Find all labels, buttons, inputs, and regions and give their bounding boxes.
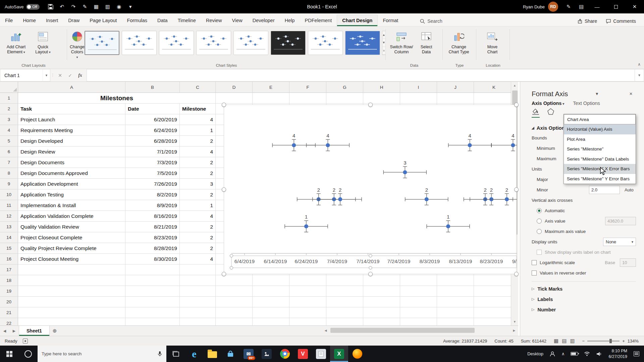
ribbon-tab-draw[interactable]: Draw: [63, 15, 85, 26]
page-break-view-icon[interactable]: ▥: [570, 338, 575, 344]
cell[interactable]: [326, 286, 363, 297]
date-cell[interactable]: 8/9/2019: [125, 200, 180, 211]
cell[interactable]: [474, 275, 514, 286]
milestone-cell[interactable]: 3: [180, 179, 216, 189]
cell[interactable]: [125, 264, 180, 275]
zoom-out-icon[interactable]: −: [582, 339, 585, 344]
layout-icon[interactable]: ▥: [103, 2, 113, 11]
switch-row-column-button[interactable]: Switch Row/Column: [388, 28, 415, 61]
labels-section[interactable]: ▷Labels: [532, 294, 636, 304]
row-header-10[interactable]: 10: [0, 189, 18, 200]
cell[interactable]: [289, 286, 326, 297]
row-header-15[interactable]: 15: [0, 243, 18, 254]
ink-pen-icon[interactable]: ✎: [562, 0, 575, 13]
chart-handle-top-left[interactable]: [222, 103, 226, 107]
date-cell[interactable]: 8/2/2019: [125, 189, 180, 200]
cell[interactable]: [125, 318, 180, 325]
chart-style-7[interactable]: [308, 31, 343, 55]
search-box[interactable]: Search: [420, 18, 442, 24]
task-cell[interactable]: Project Closeout Meeting: [18, 254, 125, 264]
cell[interactable]: [180, 318, 216, 325]
ribbon-tab-home[interactable]: Home: [18, 15, 41, 26]
store-icon[interactable]: [221, 346, 239, 362]
ribbon-tab-view[interactable]: View: [227, 15, 248, 26]
desktop-label[interactable]: Desktop: [524, 346, 546, 362]
cell[interactable]: [400, 286, 437, 297]
header-cell-milestone[interactable]: Milestone: [180, 104, 216, 114]
cell[interactable]: [180, 275, 216, 286]
milestone-cell[interactable]: 4: [180, 211, 216, 222]
task-cell[interactable]: Application Testing: [18, 189, 125, 200]
gallery-down-icon[interactable]: ▼: [382, 39, 385, 47]
milestone-cell[interactable]: 2: [180, 157, 216, 168]
pane-collapse-icon[interactable]: ▼: [592, 92, 602, 96]
task-cell[interactable]: Project Launch: [18, 114, 125, 125]
date-cell[interactable]: 8/23/2019: [125, 232, 180, 243]
select-all-corner[interactable]: [0, 82, 18, 93]
show-units-checkbox[interactable]: [537, 250, 542, 255]
show-hidden-icons-icon[interactable]: ∧: [558, 346, 568, 362]
cell[interactable]: [289, 318, 326, 325]
cell[interactable]: [400, 93, 437, 104]
cell[interactable]: [216, 275, 253, 286]
row-header-6[interactable]: 6: [0, 146, 18, 157]
quick-layout-button[interactable]: QuickLayout: [30, 28, 56, 61]
formula-input[interactable]: [87, 69, 635, 81]
task-cell[interactable]: Quality Project Review Complete: [18, 243, 125, 254]
cell[interactable]: [18, 318, 125, 325]
ribbon-tab-data[interactable]: Data: [152, 15, 173, 26]
change-colors-button[interactable]: ChangeColors: [70, 28, 85, 61]
cell[interactable]: [289, 93, 326, 104]
new-sheet-button[interactable]: ⊕: [50, 326, 60, 336]
chart-style-1[interactable]: [85, 31, 119, 55]
axis-value-radio[interactable]: [537, 219, 542, 224]
task-cell[interactable]: Quality Validation Review: [18, 222, 125, 232]
autosave-toggle[interactable]: AutoSave Off: [0, 4, 44, 10]
macro-record-icon[interactable]: [23, 339, 28, 344]
chart-handle-top[interactable]: [368, 103, 373, 107]
add-chart-element-button[interactable]: Add ChartElement: [3, 28, 30, 61]
cell[interactable]: [180, 307, 216, 318]
battery-icon[interactable]: [568, 346, 581, 362]
column-header-i[interactable]: I: [400, 82, 437, 93]
cell[interactable]: [326, 93, 363, 104]
table-icon[interactable]: ▦: [91, 2, 101, 11]
comments-button[interactable]: Comments: [606, 18, 636, 24]
task-cell[interactable]: Design Documents: [18, 157, 125, 168]
photos-icon[interactable]: [258, 346, 276, 362]
cell[interactable]: [253, 297, 289, 307]
excel-icon[interactable]: X: [330, 346, 348, 362]
file-explorer-icon[interactable]: [203, 346, 221, 362]
cell[interactable]: [253, 307, 289, 318]
row-header-22[interactable]: 22: [0, 318, 18, 325]
save-button[interactable]: [46, 2, 56, 11]
share-button[interactable]: Share: [578, 18, 597, 24]
user-name[interactable]: Ryan Dube: [523, 4, 545, 9]
cell[interactable]: [216, 297, 253, 307]
row-header-21[interactable]: 21: [0, 307, 18, 318]
cell[interactable]: [474, 318, 514, 325]
collapse-ribbon-icon[interactable]: ∧: [638, 62, 641, 67]
scroll-right-icon[interactable]: ▶: [510, 327, 518, 334]
show-units-checkbox-row[interactable]: Show display units label on chart: [532, 247, 636, 257]
row-header-19[interactable]: 19: [0, 286, 18, 297]
date-cell[interactable]: 6/24/2019: [125, 125, 180, 136]
gallery-up-icon[interactable]: ▲: [382, 31, 385, 39]
cell[interactable]: [125, 275, 180, 286]
column-header-h[interactable]: H: [363, 82, 400, 93]
milestone-cell[interactable]: 2: [180, 232, 216, 243]
cell[interactable]: [326, 307, 363, 318]
ribbon-tab-insert[interactable]: Insert: [41, 15, 63, 26]
move-chart-button[interactable]: MoveChart: [479, 28, 506, 61]
ribbon-tab-format[interactable]: Format: [378, 15, 403, 26]
row-header-5[interactable]: 5: [0, 136, 18, 146]
redo-button[interactable]: ↷: [68, 2, 78, 11]
task-cell[interactable]: Application Development: [18, 179, 125, 189]
zoom-in-icon[interactable]: +: [622, 339, 625, 344]
chart-handle-top-right[interactable]: [514, 103, 519, 107]
record-icon[interactable]: ◉: [114, 2, 124, 11]
cell[interactable]: [363, 297, 400, 307]
task-cell[interactable]: Design Review: [18, 146, 125, 157]
gallery-more-icon[interactable]: ≡: [382, 47, 385, 55]
scroll-down-icon[interactable]: ▼: [511, 318, 518, 325]
